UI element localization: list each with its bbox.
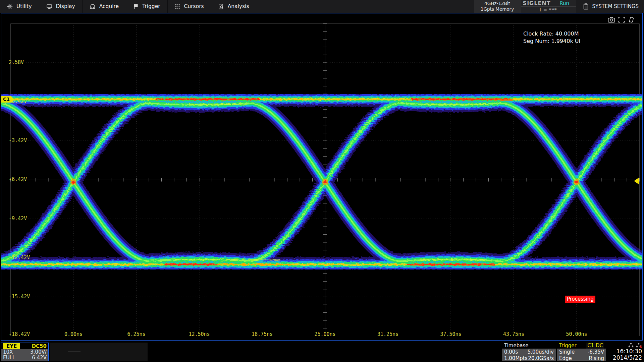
- channel-marker-label: C1: [1, 96, 11, 103]
- empty-channel-slot[interactable]: [50, 343, 148, 361]
- clock-rate-readout: Clock Rate: 40.000M: [523, 30, 580, 38]
- doc-magnifier-icon: [218, 4, 224, 9]
- eye-measurement-info: Clock Rate: 40.000M Seg Num: 1.9940k UI: [523, 30, 580, 45]
- display-corner-toolbar: [608, 17, 635, 23]
- timebase-row-1: 0.00s 5.00us/div: [502, 349, 556, 355]
- menu-item-trigger[interactable]: Trigger: [126, 0, 167, 13]
- system-settings-label: SYSTEM SETTINGS: [592, 3, 639, 9]
- channel-name-badge: EYE: [3, 343, 20, 349]
- menu-bar-right: 4GHz-12Bit 1Gpts Memory SIGLENT Run f = …: [474, 0, 644, 13]
- channel-descriptor-box[interactable]: EYE DC50 10X 3.00V/ FULL 6.42V: [1, 343, 49, 361]
- x-axis-label: 6.25ns: [120, 331, 153, 337]
- trigger-row-2: Edge Rising: [557, 355, 606, 361]
- timebase-sample-rate: 20.0GSa/s: [528, 355, 554, 361]
- dot-grid-icon: [175, 4, 180, 9]
- rotate-screen-icon[interactable]: [628, 17, 635, 23]
- channel-coupling: DC50: [32, 343, 47, 349]
- x-axis-label: 0.00ns: [57, 331, 90, 337]
- y-axis-label: 2.58V: [9, 59, 24, 65]
- trigger-row-1: Single -6.35V: [557, 349, 606, 355]
- menu-item-label: Utility: [16, 3, 32, 9]
- channel-row-1: EYE DC50: [1, 343, 48, 349]
- trigger-slope: Rising: [589, 355, 604, 361]
- y-axis-label: -6.42V: [9, 176, 27, 182]
- menu-item-label: Trigger: [142, 3, 160, 9]
- trigger-source: C1 DC: [586, 343, 604, 349]
- crosshair-icon: [68, 346, 80, 358]
- y-axis-label: -9.42V: [9, 216, 27, 222]
- trigger-level: -6.35V: [588, 349, 604, 355]
- datetime-panel: x 16:10:30 2014/5/22: [607, 343, 644, 361]
- x-axis-label: 18.75ns: [246, 331, 279, 337]
- eye-diagram-canvas: [1, 13, 642, 340]
- x-axis-label: 43.75ns: [497, 331, 531, 337]
- clipboard-icon: [583, 3, 588, 10]
- fullscreen-icon[interactable]: [618, 17, 625, 23]
- y-axis-label: -3.42V: [9, 137, 27, 143]
- siglent-logo: SIGLENT: [521, 0, 553, 6]
- timebase-title: Timebase: [504, 343, 528, 349]
- menu-item-display[interactable]: Display: [39, 0, 82, 13]
- trigger-mode: Single: [559, 349, 575, 355]
- timebase-scale: 5.00us/div: [528, 349, 554, 355]
- hardware-badge: 4GHz-12Bit 1Gpts Memory: [474, 0, 521, 13]
- bandwidth-label: 4GHz-12Bit: [484, 1, 510, 6]
- lan-disconnected-icon: x: [636, 343, 642, 348]
- menu-item-label: Display: [56, 3, 75, 9]
- frequency-counter: f = ***: [521, 7, 576, 13]
- gear-icon: [7, 4, 13, 9]
- menu-item-utility[interactable]: Utility: [0, 0, 39, 13]
- menu-item-acquire[interactable]: Acquire: [82, 0, 126, 13]
- waveform-display-area: 2.58V-0.42V-3.42V-6.42V-9.42V-12.42V-15.…: [1, 13, 643, 341]
- channel-scale: 3.00V/: [30, 349, 47, 355]
- connectivity-icons: x: [628, 343, 642, 348]
- brand-box: SIGLENT Run f = ***: [521, 0, 576, 13]
- timebase-delay: 0.00s: [504, 349, 518, 355]
- trigger-level-marker[interactable]: [634, 177, 639, 185]
- y-axis-label: -15.42V: [9, 294, 30, 300]
- flag-icon: [133, 4, 139, 9]
- menu-item-label: Cursors: [184, 3, 204, 9]
- seg-num-readout: Seg Num: 1.9940k UI: [523, 38, 580, 45]
- x-axis-label: 25.00ns: [308, 331, 342, 337]
- trigger-panel[interactable]: Trigger C1 DC Single -6.35V Edge Rising: [557, 343, 606, 361]
- timebase-panel[interactable]: Timebase 0.00s 5.00us/div 1.00Mpts 20.0G…: [502, 343, 556, 361]
- menu-bar: Utility Display Acquire Trigger Cursors …: [0, 0, 644, 13]
- x-axis-label: 37.50ns: [434, 331, 468, 337]
- monitor-icon: [46, 4, 52, 9]
- processing-status-badge: Processing: [565, 296, 595, 303]
- channel-probe: 10X: [3, 349, 13, 355]
- y-axis-label: -12.42V: [9, 254, 30, 260]
- clock-time: 16:10:30: [616, 348, 642, 355]
- arch-icon: [90, 4, 96, 9]
- lan-network-icon: [628, 343, 634, 348]
- memory-label: 1Gpts Memory: [481, 6, 514, 12]
- menu-item-cursors[interactable]: Cursors: [167, 0, 211, 13]
- system-settings-button[interactable]: SYSTEM SETTINGS: [576, 0, 644, 13]
- channel-marker-arrow-icon: [11, 97, 14, 103]
- menu-item-label: Acquire: [99, 3, 119, 9]
- trigger-title: Trigger: [559, 343, 577, 349]
- trigger-type: Edge: [559, 355, 572, 361]
- channel-offset-marker[interactable]: C1: [1, 96, 14, 103]
- timebase-points: 1.00Mpts: [504, 355, 528, 361]
- x-axis-label: 31.25ns: [371, 331, 405, 337]
- channel-row-3: FULL 6.42V: [1, 355, 48, 361]
- menu-item-analysis[interactable]: Analysis: [211, 0, 256, 13]
- x-axis-label: 12.50ns: [182, 331, 216, 337]
- clock-date: 2014/5/22: [613, 355, 642, 361]
- red-x-glyph: x: [640, 344, 642, 348]
- run-state-indicator[interactable]: Run: [553, 0, 576, 6]
- channel-bandwidth: FULL: [3, 355, 15, 361]
- eye-diagram-trace: [1, 99, 642, 264]
- channel-row-2: 10X 3.00V/: [1, 349, 48, 355]
- x-axis-label: 50.00ns: [560, 331, 593, 337]
- channel-offset: 6.42V: [32, 355, 47, 361]
- y-axis-label: -18.42V: [9, 331, 30, 337]
- menu-item-label: Analysis: [228, 3, 249, 9]
- timebase-row-2: 1.00Mpts 20.0GSa/s: [502, 355, 556, 361]
- screenshot-camera-icon[interactable]: [608, 17, 615, 23]
